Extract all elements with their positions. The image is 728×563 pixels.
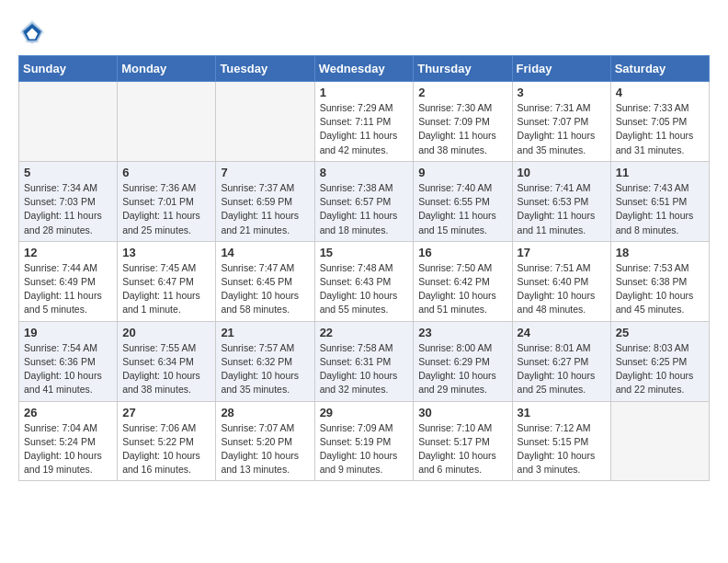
calendar-week-row: 12Sunrise: 7:44 AM Sunset: 6:49 PM Dayli…: [19, 241, 710, 321]
day-info: Sunrise: 7:10 AM Sunset: 5:17 PM Dayligh…: [418, 421, 506, 477]
day-info: Sunrise: 7:48 AM Sunset: 6:43 PM Dayligh…: [320, 261, 409, 317]
day-info: Sunrise: 7:40 AM Sunset: 6:55 PM Dayligh…: [418, 181, 506, 237]
calendar-cell: 30Sunrise: 7:10 AM Sunset: 5:17 PM Dayli…: [414, 401, 512, 481]
day-info: Sunrise: 7:47 AM Sunset: 6:45 PM Dayligh…: [221, 261, 309, 317]
calendar-cell: 11Sunrise: 7:43 AM Sunset: 6:51 PM Dayli…: [610, 161, 709, 241]
day-info: Sunrise: 7:07 AM Sunset: 5:20 PM Dayligh…: [221, 421, 309, 477]
calendar-cell: [118, 82, 216, 162]
day-info: Sunrise: 7:36 AM Sunset: 7:01 PM Dayligh…: [122, 181, 210, 237]
calendar-cell: 3Sunrise: 7:31 AM Sunset: 7:07 PM Daylig…: [512, 82, 610, 162]
calendar-cell: [216, 82, 314, 162]
day-number: 27: [122, 406, 210, 419]
day-number: 12: [24, 246, 112, 259]
day-info: Sunrise: 7:50 AM Sunset: 6:42 PM Dayligh…: [418, 261, 506, 317]
day-info: Sunrise: 7:57 AM Sunset: 6:32 PM Dayligh…: [221, 341, 309, 397]
day-number: 16: [418, 246, 506, 259]
day-info: Sunrise: 7:54 AM Sunset: 6:36 PM Dayligh…: [24, 341, 112, 397]
day-info: Sunrise: 7:51 AM Sunset: 6:40 PM Dayligh…: [518, 261, 606, 317]
day-info: Sunrise: 8:00 AM Sunset: 6:29 PM Dayligh…: [418, 341, 506, 397]
day-info: Sunrise: 7:44 AM Sunset: 6:49 PM Dayligh…: [24, 261, 112, 317]
calendar-cell: 24Sunrise: 8:01 AM Sunset: 6:27 PM Dayli…: [512, 321, 610, 401]
calendar-cell: 5Sunrise: 7:34 AM Sunset: 7:03 PM Daylig…: [19, 161, 118, 241]
weekday-header: Sunday: [19, 56, 118, 82]
day-info: Sunrise: 8:01 AM Sunset: 6:27 PM Dayligh…: [518, 341, 606, 397]
day-info: Sunrise: 7:45 AM Sunset: 6:47 PM Dayligh…: [122, 261, 210, 317]
logo-icon: [18, 18, 46, 46]
calendar-cell: 10Sunrise: 7:41 AM Sunset: 6:53 PM Dayli…: [512, 161, 610, 241]
day-info: Sunrise: 7:29 AM Sunset: 7:11 PM Dayligh…: [320, 101, 409, 157]
calendar-cell: 28Sunrise: 7:07 AM Sunset: 5:20 PM Dayli…: [216, 401, 314, 481]
calendar-cell: [19, 82, 118, 162]
calendar-cell: 29Sunrise: 7:09 AM Sunset: 5:19 PM Dayli…: [314, 401, 414, 481]
weekday-header-row: SundayMondayTuesdayWednesdayThursdayFrid…: [19, 56, 710, 82]
day-info: Sunrise: 7:53 AM Sunset: 6:38 PM Dayligh…: [616, 261, 704, 317]
calendar-cell: 17Sunrise: 7:51 AM Sunset: 6:40 PM Dayli…: [512, 241, 610, 321]
calendar-cell: 22Sunrise: 7:58 AM Sunset: 6:31 PM Dayli…: [314, 321, 414, 401]
day-info: Sunrise: 7:38 AM Sunset: 6:57 PM Dayligh…: [320, 181, 409, 237]
calendar-cell: 26Sunrise: 7:04 AM Sunset: 5:24 PM Dayli…: [19, 401, 118, 481]
day-number: 17: [518, 246, 606, 259]
day-info: Sunrise: 7:55 AM Sunset: 6:34 PM Dayligh…: [122, 341, 210, 397]
logo: [18, 18, 50, 46]
day-info: Sunrise: 7:43 AM Sunset: 6:51 PM Dayligh…: [616, 181, 704, 237]
day-number: 28: [221, 406, 309, 419]
calendar-cell: 21Sunrise: 7:57 AM Sunset: 6:32 PM Dayli…: [216, 321, 314, 401]
weekday-header: Friday: [512, 56, 610, 82]
calendar-cell: 18Sunrise: 7:53 AM Sunset: 6:38 PM Dayli…: [610, 241, 709, 321]
day-number: 14: [221, 246, 309, 259]
calendar-cell: 19Sunrise: 7:54 AM Sunset: 6:36 PM Dayli…: [19, 321, 118, 401]
weekday-header: Tuesday: [216, 56, 314, 82]
calendar-cell: 23Sunrise: 8:00 AM Sunset: 6:29 PM Dayli…: [414, 321, 512, 401]
calendar-cell: 14Sunrise: 7:47 AM Sunset: 6:45 PM Dayli…: [216, 241, 314, 321]
calendar-cell: 27Sunrise: 7:06 AM Sunset: 5:22 PM Dayli…: [118, 401, 216, 481]
day-number: 29: [320, 406, 409, 419]
calendar-week-row: 5Sunrise: 7:34 AM Sunset: 7:03 PM Daylig…: [19, 161, 710, 241]
day-number: 20: [122, 326, 210, 339]
calendar-cell: 4Sunrise: 7:33 AM Sunset: 7:05 PM Daylig…: [610, 82, 709, 162]
day-info: Sunrise: 7:41 AM Sunset: 6:53 PM Dayligh…: [518, 181, 606, 237]
day-number: 13: [122, 246, 210, 259]
day-number: 11: [616, 166, 704, 179]
day-info: Sunrise: 7:33 AM Sunset: 7:05 PM Dayligh…: [616, 101, 704, 157]
day-number: 6: [122, 166, 210, 179]
day-number: 19: [24, 326, 112, 339]
calendar-cell: 13Sunrise: 7:45 AM Sunset: 6:47 PM Dayli…: [118, 241, 216, 321]
calendar-cell: 20Sunrise: 7:55 AM Sunset: 6:34 PM Dayli…: [118, 321, 216, 401]
day-info: Sunrise: 7:06 AM Sunset: 5:22 PM Dayligh…: [122, 421, 210, 477]
calendar-cell: [610, 401, 709, 481]
day-number: 15: [320, 246, 409, 259]
day-number: 4: [616, 86, 704, 99]
calendar-cell: 12Sunrise: 7:44 AM Sunset: 6:49 PM Dayli…: [19, 241, 118, 321]
page-header: [18, 18, 710, 46]
day-info: Sunrise: 7:04 AM Sunset: 5:24 PM Dayligh…: [24, 421, 112, 477]
day-info: Sunrise: 7:09 AM Sunset: 5:19 PM Dayligh…: [320, 421, 409, 477]
day-number: 23: [418, 326, 506, 339]
day-number: 18: [616, 246, 704, 259]
calendar-cell: 6Sunrise: 7:36 AM Sunset: 7:01 PM Daylig…: [118, 161, 216, 241]
day-number: 3: [518, 86, 606, 99]
day-number: 26: [24, 406, 112, 419]
day-info: Sunrise: 7:30 AM Sunset: 7:09 PM Dayligh…: [418, 101, 506, 157]
day-number: 25: [616, 326, 704, 339]
calendar-table: SundayMondayTuesdayWednesdayThursdayFrid…: [18, 55, 710, 481]
day-number: 22: [320, 326, 409, 339]
calendar-cell: 1Sunrise: 7:29 AM Sunset: 7:11 PM Daylig…: [314, 82, 414, 162]
day-info: Sunrise: 8:03 AM Sunset: 6:25 PM Dayligh…: [616, 341, 704, 397]
day-info: Sunrise: 7:31 AM Sunset: 7:07 PM Dayligh…: [518, 101, 606, 157]
day-number: 5: [24, 166, 112, 179]
calendar-cell: 15Sunrise: 7:48 AM Sunset: 6:43 PM Dayli…: [314, 241, 414, 321]
day-number: 31: [518, 406, 606, 419]
weekday-header: Saturday: [610, 56, 709, 82]
day-info: Sunrise: 7:12 AM Sunset: 5:15 PM Dayligh…: [518, 421, 606, 477]
calendar-cell: 7Sunrise: 7:37 AM Sunset: 6:59 PM Daylig…: [216, 161, 314, 241]
day-info: Sunrise: 7:58 AM Sunset: 6:31 PM Dayligh…: [320, 341, 409, 397]
day-info: Sunrise: 7:34 AM Sunset: 7:03 PM Dayligh…: [24, 181, 112, 237]
calendar-cell: 31Sunrise: 7:12 AM Sunset: 5:15 PM Dayli…: [512, 401, 610, 481]
day-number: 30: [418, 406, 506, 419]
day-number: 21: [221, 326, 309, 339]
day-number: 10: [518, 166, 606, 179]
calendar-cell: 2Sunrise: 7:30 AM Sunset: 7:09 PM Daylig…: [414, 82, 512, 162]
day-number: 8: [320, 166, 409, 179]
day-number: 24: [518, 326, 606, 339]
day-number: 1: [320, 86, 409, 99]
